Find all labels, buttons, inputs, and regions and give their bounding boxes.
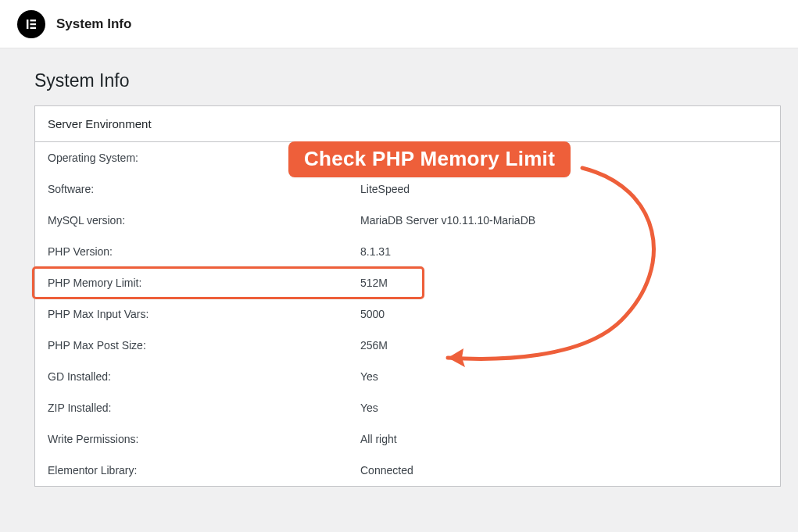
panel-body: Operating System: Linux Software: LiteSp… (35, 142, 780, 486)
info-row-php-max-input-vars: PHP Max Input Vars: 5000 (35, 298, 780, 330)
info-row-write-permissions: Write Permissions: All right (35, 423, 780, 455)
info-label: GD Installed: (48, 370, 360, 383)
svg-rect-3 (30, 27, 37, 28)
info-value: LiteSpeed (360, 183, 768, 195)
info-label: Software: (48, 183, 360, 195)
info-value: Yes (360, 370, 768, 383)
info-label: PHP Version: (48, 245, 360, 258)
info-value: 256M (360, 339, 768, 352)
elementor-logo-icon (17, 10, 45, 38)
info-label: PHP Max Post Size: (48, 339, 360, 352)
info-value: 512M (360, 277, 768, 289)
info-row-mysql-version: MySQL version: MariaDB Server v10.11.10-… (35, 205, 780, 236)
info-value: Yes (360, 402, 768, 414)
info-row-php-memory-limit: PHP Memory Limit: 512M (35, 267, 780, 298)
info-label: PHP Max Input Vars: (48, 308, 360, 320)
top-bar-title: System Info (56, 16, 131, 32)
info-label: Elementor Library: (48, 464, 360, 477)
info-row-php-max-post-size: PHP Max Post Size: 256M (35, 330, 780, 361)
info-label: Write Permissions: (48, 433, 360, 445)
info-row-software: Software: LiteSpeed (35, 173, 780, 205)
info-label: PHP Memory Limit: (48, 277, 360, 289)
info-row-elementor-library: Elementor Library: Connected (35, 455, 780, 486)
svg-rect-1 (30, 20, 37, 21)
info-value: All right (360, 433, 768, 445)
info-label: ZIP Installed: (48, 402, 360, 414)
info-row-zip-installed: ZIP Installed: Yes (35, 392, 780, 423)
annotation-callout: Check PHP Memory Limit (288, 141, 571, 177)
svg-rect-0 (27, 20, 28, 29)
info-row-gd-installed: GD Installed: Yes (35, 361, 780, 392)
top-bar: System Info (0, 0, 798, 48)
svg-rect-2 (30, 23, 37, 24)
content-area: System Info Server Environment Operating… (0, 48, 798, 487)
panel-title: Server Environment (35, 106, 780, 142)
info-label: MySQL version: (48, 214, 360, 227)
info-value: 8.1.31 (360, 245, 768, 258)
info-row-php-version: PHP Version: 8.1.31 (35, 236, 780, 267)
info-value: Connected (360, 464, 768, 477)
page-title: System Info (34, 70, 781, 91)
info-value: 5000 (360, 308, 768, 320)
info-value: MariaDB Server v10.11.10-MariaDB (360, 214, 768, 227)
